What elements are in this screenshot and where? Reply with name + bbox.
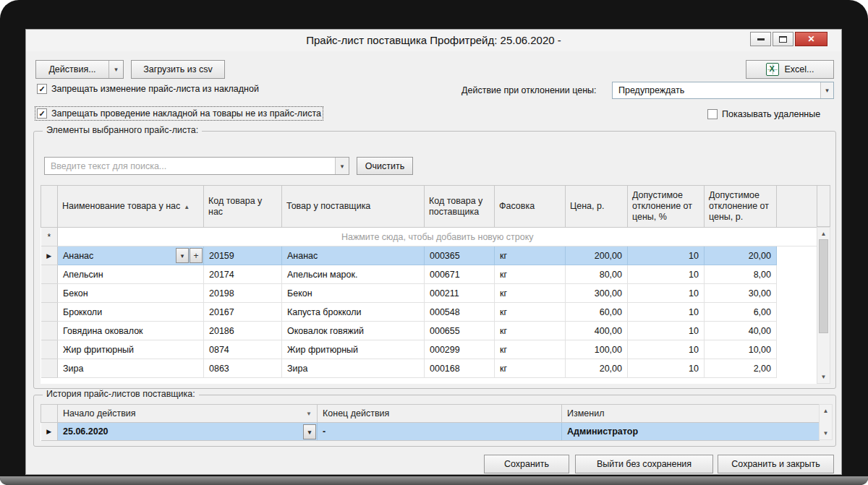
- actions-button[interactable]: Действия... ▾: [35, 60, 124, 79]
- cell-supplier-code[interactable]: 000168: [425, 359, 495, 378]
- cell-deviation-rub[interactable]: 30,00: [705, 284, 777, 303]
- history-scrollbar[interactable]: ▲ ▼: [819, 404, 833, 440]
- cell-item-name[interactable]: Говядина оковалок: [58, 322, 204, 340]
- load-csv-button[interactable]: Загрузить из csv: [131, 60, 225, 79]
- cell-our-code[interactable]: 20167: [204, 303, 282, 322]
- cell-item-name[interactable]: Апельсин: [58, 265, 204, 284]
- col-header-price[interactable]: Цена, р.: [566, 186, 628, 228]
- table-row[interactable]: ▶ Ананас ▾ + 20159 Ананас 000365 кг 20: [41, 246, 817, 265]
- show-deleted-checkbox[interactable]: Показывать удаленные: [707, 109, 820, 119]
- cell-our-code[interactable]: 20198: [204, 284, 282, 303]
- search-dropdown-button[interactable]: ▾: [335, 158, 349, 174]
- scroll-down-icon[interactable]: ▼: [817, 372, 830, 382]
- cell-price[interactable]: 400,00: [566, 322, 628, 340]
- col-header-deviation-pct[interactable]: Допустимое отклонение от цены, %: [628, 186, 705, 228]
- clear-search-button[interactable]: Очистить: [357, 157, 413, 175]
- cell-packing[interactable]: кг: [495, 265, 566, 284]
- cell-supplier-item[interactable]: Оковалок говяжий: [282, 322, 425, 340]
- table-row[interactable]: Брокколи 20167 Капуста брокколи 000548 к…: [41, 303, 817, 322]
- col-header-end[interactable]: Конец действия: [318, 405, 562, 423]
- close-button[interactable]: ✕: [795, 32, 827, 46]
- cell-item-name[interactable]: Ананас ▾ +: [58, 246, 204, 265]
- col-header-start[interactable]: Начало действия▼: [58, 405, 318, 423]
- table-row[interactable]: Жир фритюрный 0874 Жир фритюрный 000299 …: [41, 340, 817, 359]
- cell-deviation-rub[interactable]: 40,00: [705, 322, 777, 340]
- cell-end-date[interactable]: -: [318, 423, 562, 441]
- col-header-item-name[interactable]: Наименование товара у нас▲: [58, 186, 204, 228]
- cell-price[interactable]: 20,00: [566, 359, 628, 378]
- excel-button[interactable]: Excel...: [746, 60, 834, 79]
- items-scrollbar[interactable]: ▲ ▼: [817, 227, 830, 384]
- scroll-down-icon[interactable]: ▼: [820, 428, 832, 439]
- cell-supplier-item[interactable]: Ананас: [282, 246, 425, 265]
- new-row-hint[interactable]: Нажмите сюда, чтобы добавить новую строк…: [58, 228, 817, 246]
- cell-packing[interactable]: кг: [495, 322, 566, 340]
- cell-price[interactable]: 200,00: [566, 246, 628, 265]
- exit-without-saving-button[interactable]: Выйти без сохранения: [575, 455, 713, 473]
- cell-start-date[interactable]: 25.06.2020 ▾: [58, 423, 318, 441]
- forbid-posting-checkbox[interactable]: ✓ Запрещать проведение накладной на това…: [37, 108, 321, 119]
- cell-dropdown-button[interactable]: ▾: [303, 424, 316, 439]
- cell-changed-by[interactable]: Администратор: [562, 423, 820, 441]
- scroll-up-icon[interactable]: ▲: [817, 228, 830, 239]
- new-row[interactable]: * Нажмите сюда, чтобы добавить новую стр…: [41, 228, 817, 246]
- maximize-button[interactable]: [773, 32, 793, 46]
- cell-supplier-item[interactable]: Капуста брокколи: [282, 303, 425, 322]
- cell-supplier-item[interactable]: Апельсин марок.: [282, 265, 425, 284]
- cell-dropdown-button[interactable]: ▾: [176, 248, 189, 263]
- col-header-supplier-code[interactable]: Код товара у поставщика: [425, 186, 495, 228]
- col-header-packing[interactable]: Фасовка: [495, 186, 566, 228]
- cell-item-name[interactable]: Бекон: [58, 284, 204, 303]
- col-header-our-code[interactable]: Код товара у нас: [204, 186, 282, 228]
- col-header-changed-by[interactable]: Изменил: [562, 405, 820, 423]
- cell-packing[interactable]: кг: [495, 246, 566, 265]
- table-row[interactable]: Говядина оковалок 20186 Оковалок говяжий…: [41, 322, 817, 340]
- cell-deviation-pct[interactable]: 10: [628, 265, 705, 284]
- cell-deviation-rub[interactable]: 6,00: [705, 303, 777, 322]
- cell-packing[interactable]: кг: [495, 359, 566, 378]
- cell-packing[interactable]: кг: [495, 340, 566, 359]
- cell-deviation-pct[interactable]: 10: [628, 359, 705, 378]
- cell-deviation-pct[interactable]: 10: [628, 284, 705, 303]
- cell-deviation-rub[interactable]: 20,00: [705, 246, 777, 265]
- cell-our-code[interactable]: 0874: [204, 340, 282, 359]
- cell-our-code[interactable]: 20159: [204, 246, 282, 265]
- filter-icon[interactable]: ▼: [306, 411, 312, 417]
- cell-item-name[interactable]: Брокколи: [58, 303, 204, 322]
- cell-supplier-item[interactable]: Бекон: [282, 284, 425, 303]
- scrollbar-thumb[interactable]: [819, 239, 828, 333]
- cell-supplier-item[interactable]: Жир фритюрный: [282, 340, 425, 359]
- cell-our-code[interactable]: 20174: [204, 265, 282, 284]
- cell-supplier-code[interactable]: 000671: [425, 265, 495, 284]
- cell-deviation-rub[interactable]: 8,00: [705, 265, 777, 284]
- cell-supplier-code[interactable]: 000365: [425, 246, 495, 265]
- table-row[interactable]: Апельсин 20174 Апельсин марок. 000671 кг…: [41, 265, 817, 284]
- cell-deviation-rub[interactable]: 2,00: [705, 359, 777, 378]
- forbid-edit-checkbox[interactable]: ✓ Запрещать изменение прайс-листа из нак…: [37, 84, 259, 94]
- save-and-close-button[interactable]: Сохранить и закрыть: [718, 455, 834, 473]
- cell-packing[interactable]: кг: [495, 303, 566, 322]
- cell-item-name[interactable]: Зира: [58, 359, 204, 378]
- cell-price[interactable]: 100,00: [566, 340, 628, 359]
- save-button[interactable]: Сохранить: [484, 455, 569, 473]
- cell-supplier-item[interactable]: Зира: [282, 359, 425, 378]
- cell-supplier-code[interactable]: 000655: [425, 322, 495, 340]
- cell-price[interactable]: 80,00: [566, 265, 628, 284]
- cell-deviation-pct[interactable]: 10: [628, 246, 705, 265]
- cell-price[interactable]: 60,00: [566, 303, 628, 322]
- col-header-deviation-rub[interactable]: Допустимое отклонение от цены, р.: [705, 186, 777, 228]
- search-input[interactable]: [45, 158, 335, 174]
- cell-deviation-pct[interactable]: 10: [628, 322, 705, 340]
- price-deviation-select[interactable]: Предупреждать ▾: [612, 82, 834, 99]
- cell-price[interactable]: 300,00: [566, 284, 628, 303]
- cell-packing[interactable]: кг: [495, 284, 566, 303]
- cell-deviation-rub[interactable]: 10,00: [705, 340, 777, 359]
- cell-deviation-pct[interactable]: 10: [628, 340, 705, 359]
- table-row[interactable]: Зира 0863 Зира 000168 кг 20,00 10 2,00: [41, 359, 817, 378]
- cell-add-button[interactable]: +: [190, 248, 203, 263]
- cell-supplier-code[interactable]: 000548: [425, 303, 495, 322]
- cell-item-name[interactable]: Жир фритюрный: [58, 340, 204, 359]
- cell-our-code[interactable]: 20186: [204, 322, 282, 340]
- cell-supplier-code[interactable]: 000211: [425, 284, 495, 303]
- table-row[interactable]: Бекон 20198 Бекон 000211 кг 300,00 10 30…: [41, 284, 817, 303]
